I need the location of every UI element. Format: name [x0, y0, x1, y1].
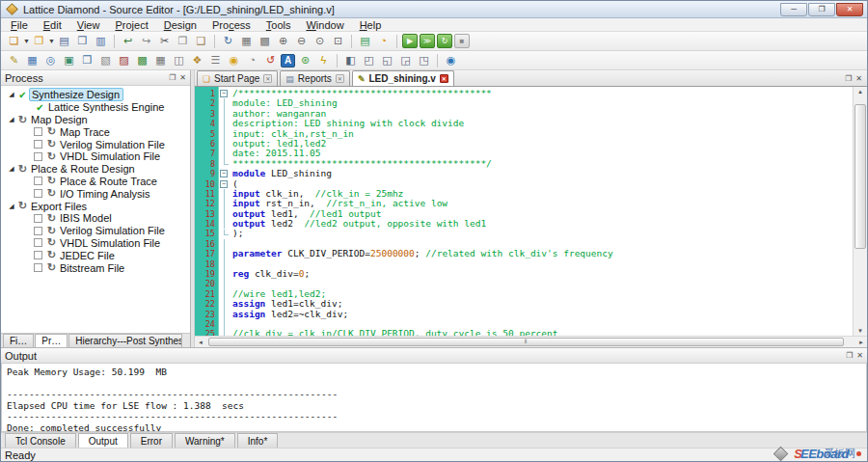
zoom-region-icon[interactable]: ⊙	[312, 34, 328, 49]
zoom-fit-icon[interactable]: ⊡	[330, 34, 346, 49]
output-log[interactable]: Peak Memory Usage: 50.199 MB -----------…	[1, 364, 867, 432]
process-checkbox[interactable]	[34, 251, 42, 259]
stop-icon[interactable]: ■	[454, 34, 470, 48]
menu-window[interactable]: Window	[298, 19, 351, 31]
dock-tab-pr[interactable]: Pr…	[35, 334, 68, 347]
run-all-icon[interactable]: ≫	[420, 34, 435, 48]
package-view-icon[interactable]: ◎	[42, 53, 59, 68]
process-settings-icon[interactable]: ▤	[357, 34, 373, 49]
tree-item-place-route-design[interactable]: ◢↻Place & Route Design	[1, 163, 190, 176]
window-tab-icon[interactable]: ◲	[397, 53, 414, 68]
tab-close-icon[interactable]: ✕	[336, 74, 344, 83]
chip-view-icon[interactable]: ▦	[152, 53, 169, 68]
expand-arrow-icon[interactable]: ◢	[7, 203, 16, 210]
fold-collapse-icon[interactable]: −	[220, 170, 228, 177]
console-tab-info[interactable]: Info*	[237, 433, 279, 448]
float-panel-icon[interactable]: ❐	[846, 352, 853, 360]
fold-marker[interactable]: −	[219, 89, 229, 98]
close-panel-icon[interactable]: ✕	[179, 74, 186, 82]
float-panel-icon[interactable]: ❐	[169, 74, 176, 82]
scroll-up-icon[interactable]: ▲	[854, 89, 867, 95]
web-help-icon[interactable]: ◉	[443, 53, 459, 68]
find-replace-icon[interactable]: ▩	[257, 34, 273, 49]
reveal-analyzer-icon[interactable]: ⊛	[297, 53, 313, 68]
tree-item-lattice-synthesis-engine[interactable]: ✔Lattice Synthesis Engine	[1, 101, 190, 114]
console-tab-error[interactable]: Error	[130, 433, 173, 448]
process-checkbox[interactable]	[34, 214, 42, 223]
tree-item-vhdl-simulation-file[interactable]: ↻VHDL Simulation File	[1, 237, 190, 250]
close-panel-icon[interactable]: ✕	[856, 352, 863, 360]
editor-tab-reports[interactable]: ▤Reports✕	[280, 70, 350, 86]
tree-item-i-o-timing-analysis[interactable]: ↻I/O Timing Analysis	[1, 187, 190, 200]
expand-arrow-icon[interactable]: ◢	[7, 116, 16, 123]
save-all-icon[interactable]: ❒	[74, 34, 91, 49]
find-icon[interactable]: ▦	[238, 34, 255, 49]
sync-icon[interactable]: ↺	[262, 53, 279, 68]
ncd-view-icon[interactable]: ▩	[134, 53, 150, 68]
clock-icon[interactable]: ◔	[244, 53, 260, 68]
code-text[interactable]: /***************************************…	[229, 87, 853, 336]
tree-item-vhdl-simulation-file[interactable]: ↻VHDL Simulation File	[1, 150, 190, 163]
open-file-icon[interactable]: ❐	[31, 34, 47, 49]
code-fold-column[interactable]: −−−	[218, 87, 229, 336]
zoom-out-icon[interactable]: ⊖	[293, 34, 310, 49]
physical-view-icon[interactable]: ▨	[116, 53, 132, 68]
design-summary-icon[interactable]: ❒	[79, 53, 95, 68]
spreadsheet-view-icon[interactable]: ▦	[24, 53, 41, 68]
menu-file[interactable]: File	[3, 19, 36, 31]
print-icon[interactable]: ▥	[93, 34, 109, 49]
floorplan-view-icon[interactable]: ▧	[97, 53, 114, 68]
cut-icon[interactable]: ✂	[156, 34, 173, 49]
process-checkbox[interactable]	[34, 140, 42, 149]
layers-icon[interactable]: ☰	[207, 53, 224, 68]
menu-project[interactable]: Project	[107, 19, 155, 31]
revert-file-icon[interactable]: ↻	[220, 34, 236, 49]
new-file-icon[interactable]: ❏	[6, 34, 22, 49]
zoom-in-icon[interactable]: ⊕	[275, 34, 291, 49]
scroll-down-icon[interactable]: ▼	[854, 328, 867, 334]
tree-item-verilog-simulation-file[interactable]: ↻Verilog Simulation File	[1, 225, 190, 237]
minimize-button[interactable]: ─	[780, 3, 807, 16]
process-checkbox[interactable]	[34, 152, 42, 161]
save-icon[interactable]: ▤	[56, 34, 72, 49]
tree-item-export-files[interactable]: ◢↻Export Files	[1, 200, 190, 212]
export-icon[interactable]: ↪	[138, 34, 154, 49]
tree-item-ibis-model[interactable]: ↻IBIS Model	[1, 212, 190, 225]
new-file-dropdown-icon[interactable]: ▼	[23, 38, 30, 44]
tree-item-map-design[interactable]: ◢↻Map Design	[1, 114, 190, 126]
tree-item-place-route-trace[interactable]: ↻Place & Route Trace	[1, 176, 190, 188]
console-tab-tcl-console[interactable]: Tcl Console	[5, 433, 76, 448]
console-tab-output[interactable]: Output	[78, 433, 128, 448]
window-tile-left-icon[interactable]: ◧	[342, 53, 359, 68]
console-tab-warning[interactable]: Warning*	[175, 433, 235, 448]
partition-view-icon[interactable]: ◫	[171, 53, 187, 68]
tree-item-bitstream-file[interactable]: ↻Bitstream File	[1, 261, 190, 274]
tab-close-icon[interactable]: ✕	[263, 74, 272, 83]
menu-view[interactable]: View	[69, 19, 108, 31]
paste-icon[interactable]: ❑	[193, 34, 209, 49]
editor-vertical-scrollbar[interactable]: ▲ ▼	[853, 87, 867, 336]
fold-marker[interactable]: −	[219, 169, 229, 178]
reveal-inserter-icon[interactable]: A	[281, 54, 295, 68]
window-cascade-icon[interactable]: ◱	[379, 53, 395, 68]
close-panel-icon[interactable]: ✕	[855, 75, 862, 83]
menu-edit[interactable]: Edit	[36, 19, 69, 31]
tree-item-map-trace[interactable]: ↻Map Trace	[1, 125, 190, 138]
rerun-icon[interactable]: ↻	[437, 34, 452, 48]
menu-tools[interactable]: Tools	[258, 19, 299, 31]
horizontal-scroll-thumb[interactable]: ⫴	[208, 338, 844, 346]
process-checkbox[interactable]	[34, 189, 42, 198]
ipexpress-icon[interactable]: ❖	[189, 53, 205, 68]
tab-close-icon[interactable]: ✕	[440, 74, 448, 83]
menu-design[interactable]: Design	[156, 19, 204, 31]
tree-item-jedec-file[interactable]: ↻JEDEC File	[1, 249, 190, 261]
import-icon[interactable]: ↩	[120, 34, 136, 49]
timing-preference-icon[interactable]: ◔	[375, 34, 392, 49]
restore-button[interactable]: ❐	[808, 3, 835, 16]
window-tile-top-icon[interactable]: ◰	[361, 53, 377, 68]
menu-help[interactable]: Help	[352, 19, 390, 31]
fold-collapse-icon[interactable]: −	[220, 90, 228, 97]
menu-process[interactable]: Process	[204, 19, 258, 31]
editor-horizontal-scrollbar[interactable]: ◄ ⫴ ►	[195, 336, 867, 347]
dock-tab-fi[interactable]: Fi…	[3, 334, 34, 347]
